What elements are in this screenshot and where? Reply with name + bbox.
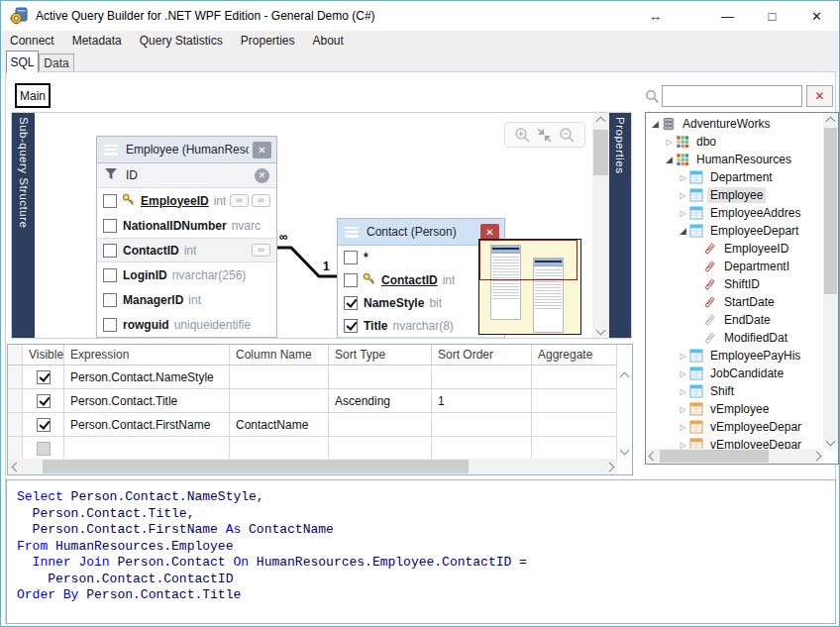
- tree-item-employeeid[interactable]: EmployeeID: [646, 240, 822, 258]
- expand-arrow-icon[interactable]: ◢: [664, 155, 675, 164]
- clear-filter-icon[interactable]: [255, 168, 269, 183]
- tree-item-adventureworks[interactable]: ◢ AdventureWorks: [646, 115, 822, 133]
- entity-titlebar[interactable]: Employee (HumanReso...: [97, 137, 276, 163]
- collapse-arrow-icon[interactable]: ▷: [678, 405, 688, 414]
- canvas-vertical-scrollbar[interactable]: [592, 113, 609, 338]
- visible-checkbox[interactable]: [37, 370, 51, 384]
- tree-item-label[interactable]: vEmployeeDepar: [707, 437, 804, 449]
- tree-item-label[interactable]: Employee: [707, 187, 766, 203]
- tree-item-vemployeedepar[interactable]: ▷ vEmployeeDepar: [646, 436, 822, 449]
- field-row-LoginID[interactable]: LoginID nvarchar(256): [97, 262, 276, 287]
- scroll-up-icon[interactable]: [592, 115, 609, 127]
- grid-header-aggregate[interactable]: Aggregate: [532, 345, 617, 366]
- field-checkbox[interactable]: [344, 319, 358, 333]
- overview-viewport-rect[interactable]: [479, 240, 578, 280]
- field-checkbox[interactable]: [103, 194, 117, 208]
- tree-item-label[interactable]: Shift: [707, 383, 737, 399]
- cell-column-name[interactable]: [230, 437, 329, 461]
- collapse-arrow-icon[interactable]: ▷: [678, 173, 688, 182]
- input-mode-icon[interactable]: ↔: [633, 1, 678, 31]
- collapse-arrow-icon[interactable]: ▷: [678, 352, 688, 361]
- tab-sql[interactable]: SQL: [6, 51, 39, 72]
- zoom-fit-button[interactable]: [536, 127, 553, 144]
- title-bar[interactable]: Active Query Builder for .NET WPF Editio…: [1, 1, 839, 31]
- field-checkbox[interactable]: [344, 296, 358, 310]
- tree-item-vemployee[interactable]: ▷ vEmployee: [646, 400, 822, 418]
- grid-row[interactable]: Person.Contact.FirstName ContactName: [8, 413, 617, 437]
- scrollbar-thumb[interactable]: [660, 450, 769, 463]
- grid-horizontal-scrollbar[interactable]: [8, 459, 617, 474]
- zoom-in-button[interactable]: [514, 127, 531, 144]
- cell-aggregate[interactable]: [532, 413, 617, 437]
- visible-checkbox[interactable]: [37, 442, 51, 456]
- scrollbar-thumb[interactable]: [593, 130, 608, 175]
- close-button[interactable]: ✕: [794, 1, 839, 31]
- scroll-right-icon[interactable]: [603, 459, 615, 474]
- maximize-button[interactable]: □: [750, 1, 794, 31]
- tree-item-label[interactable]: HumanResources: [693, 152, 794, 167]
- menu-query-statistics[interactable]: Query Statistics: [131, 31, 232, 51]
- cell-aggregate[interactable]: [532, 437, 617, 461]
- tree-item-label[interactable]: Department: [707, 169, 776, 185]
- menu-icon[interactable]: [104, 145, 118, 156]
- field-checkbox[interactable]: [103, 244, 117, 258]
- cell-expression[interactable]: [64, 437, 230, 461]
- field-row-ContactID[interactable]: ContactID int: [97, 238, 276, 262]
- tree-item-label[interactable]: ShiftID: [721, 276, 763, 292]
- entity-window-employee[interactable]: Employee (HumanReso... ID EmployeeID int…: [96, 136, 277, 338]
- collapse-arrow-icon[interactable]: ▷: [678, 387, 688, 396]
- menu-metadata[interactable]: Metadata: [63, 31, 131, 51]
- expand-arrow-icon[interactable]: ◢: [650, 119, 661, 129]
- cell-column-name[interactable]: [230, 389, 329, 413]
- field-checkbox[interactable]: [103, 318, 117, 332]
- tree-item-label[interactable]: EmployeeID: [721, 241, 791, 257]
- menu-connect[interactable]: Connect: [1, 31, 63, 51]
- scroll-right-icon[interactable]: [810, 449, 822, 464]
- cell-column-name[interactable]: ContactName: [230, 413, 329, 437]
- cell-sort-type[interactable]: Ascending: [329, 389, 432, 413]
- tree-item-enddate[interactable]: EndDate: [646, 311, 822, 329]
- tree-item-label[interactable]: EmployeeAddres: [707, 205, 803, 221]
- tree-item-employee[interactable]: ▷ Employee: [646, 186, 822, 204]
- tree-item-employeeaddres[interactable]: ▷ EmployeeAddres: [646, 204, 822, 222]
- zoom-out-button[interactable]: [559, 127, 576, 144]
- design-canvas[interactable]: Sub-query Structure Properties ∞ 1: [11, 112, 632, 339]
- cell-aggregate[interactable]: [532, 389, 617, 413]
- metadata-search-input[interactable]: [662, 85, 802, 107]
- grid-header-expression[interactable]: Expression: [64, 345, 230, 366]
- field-checkbox[interactable]: [103, 219, 117, 233]
- tree-item-label[interactable]: AdventureWorks: [680, 116, 773, 132]
- scroll-left-icon[interactable]: [647, 449, 659, 464]
- grid-header-sort-order[interactable]: Sort Order: [432, 345, 532, 366]
- clear-search-button[interactable]: [806, 85, 833, 107]
- cell-sort-order[interactable]: [432, 366, 532, 389]
- grid-vertical-scrollbar[interactable]: [616, 345, 632, 460]
- field-checkbox[interactable]: [344, 273, 358, 287]
- tree-item-departmenti[interactable]: DepartmentI: [646, 258, 822, 275]
- tree-item-employeepayhis[interactable]: ▷ EmployeePayHis: [646, 347, 822, 365]
- scroll-down-icon[interactable]: [592, 324, 609, 336]
- main-query-tab[interactable]: Main: [15, 83, 51, 108]
- tree-item-humanresources[interactable]: ◢ HumanResources: [646, 151, 822, 168]
- menu-properties[interactable]: Properties: [232, 31, 304, 51]
- tree-item-label[interactable]: ModifiedDat: [721, 330, 790, 346]
- expand-arrow-icon[interactable]: ◢: [678, 226, 688, 236]
- tree-item-shift[interactable]: ▷ Shift: [646, 382, 822, 400]
- field-checkbox[interactable]: [344, 251, 358, 264]
- tree-item-department[interactable]: ▷ Department: [646, 168, 822, 186]
- tree-horizontal-scrollbar[interactable]: [646, 449, 823, 464]
- field-checkbox[interactable]: [103, 268, 117, 282]
- scroll-down-icon[interactable]: [823, 435, 838, 447]
- menu-about[interactable]: About: [303, 31, 352, 51]
- scrollbar-thumb[interactable]: [43, 460, 469, 473]
- cell-sort-order[interactable]: [432, 437, 532, 461]
- scroll-up-icon[interactable]: [617, 370, 632, 382]
- tree-item-label[interactable]: EmployeeDepart: [707, 223, 801, 239]
- visible-checkbox[interactable]: [37, 418, 51, 432]
- field-row-FirstName[interactable]: FirstName nvarchar(50): [338, 337, 504, 339]
- visible-checkbox[interactable]: [37, 394, 51, 408]
- minimize-button[interactable]: —: [705, 1, 750, 31]
- close-icon[interactable]: [480, 224, 499, 241]
- subquery-structure-tab[interactable]: Sub-query Structure: [12, 113, 35, 338]
- tree-item-employeedepart[interactable]: ◢ EmployeeDepart: [646, 222, 822, 240]
